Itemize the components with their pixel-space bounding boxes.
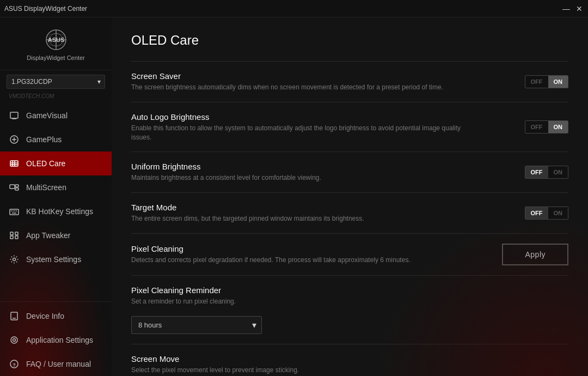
- uniform-brightness-info: Uniform Brightness Maintains brightness …: [131, 162, 481, 183]
- uniform-brightness-desc: Maintains brightness at a consistent lev…: [131, 173, 481, 183]
- minimize-button[interactable]: —: [562, 4, 571, 13]
- sidebar-label-kbhotkey: KB HotKey Settings: [26, 207, 93, 216]
- svg-rect-5: [10, 112, 18, 118]
- apptweaker-icon: [9, 230, 20, 241]
- device-icon: [9, 311, 20, 322]
- screen-saver-off[interactable]: OFF: [525, 76, 548, 88]
- device-selector[interactable]: 1.PG32UCDP: [7, 75, 105, 89]
- sidebar-label-oledcare: OLED Care: [26, 159, 65, 168]
- auto-logo-desc: Enable this function to allow the system…: [131, 124, 481, 142]
- sidebar-item-faq[interactable]: ? FAQ / User manual: [0, 352, 112, 376]
- pixel-cleaning-reminder-desc: Set a reminder to run pixel cleaning.: [131, 297, 568, 306]
- svg-rect-18: [15, 188, 19, 190]
- sidebar-item-gameplus[interactable]: GamePlus: [0, 128, 112, 151]
- target-mode-off[interactable]: OFF: [525, 207, 548, 219]
- gamevisual-icon: [9, 110, 20, 121]
- app-title: ASUS DisplayWidget Center: [4, 5, 87, 13]
- svg-point-32: [11, 337, 17, 343]
- target-mode-row: Target Mode The entire screen dims, but …: [131, 192, 568, 233]
- pixel-cleaning-desc: Detects and corrects pixel degradation i…: [131, 256, 481, 265]
- watermark: VMODTECH.COM: [0, 93, 112, 104]
- content-area: OLED Care Screen Saver The screen bright…: [112, 17, 588, 376]
- asus-logo: ASUS: [34, 26, 78, 53]
- app-body: ASUS DisplayWidget Center 1.PG32UCDP VMO…: [0, 17, 588, 376]
- svg-rect-11: [10, 161, 18, 166]
- device-selector-wrap[interactable]: 1.PG32UCDP: [7, 75, 105, 89]
- sidebar-item-deviceinfo[interactable]: Device Info: [0, 304, 112, 328]
- screen-saver-on[interactable]: ON: [548, 76, 568, 88]
- svg-rect-30: [11, 312, 17, 320]
- svg-text:ASUS: ASUS: [47, 37, 64, 43]
- svg-rect-28: [15, 236, 18, 239]
- target-mode-label: Target Mode: [131, 203, 481, 212]
- pixel-cleaning-reminder-row: Pixel Cleaning Reminder Set a reminder t…: [131, 275, 568, 344]
- target-mode-toggle[interactable]: OFF ON: [525, 207, 569, 220]
- svg-rect-16: [10, 185, 15, 189]
- close-button[interactable]: ✕: [575, 4, 584, 13]
- pixel-cleaning-reminder-select[interactable]: 8 hours 4 hours 12 hours 24 hours Off: [131, 316, 262, 334]
- sidebar-item-apptweaker[interactable]: App Tweaker: [0, 223, 112, 247]
- settings-icon: [9, 254, 20, 265]
- screen-move-label: Screen Move: [131, 354, 568, 363]
- screen-saver-info: Screen Saver The screen brightness autom…: [131, 71, 481, 92]
- svg-rect-17: [15, 185, 19, 187]
- sidebar-label-faq: FAQ / User manual: [26, 360, 91, 368]
- auto-logo-toggle[interactable]: OFF ON: [525, 120, 569, 134]
- svg-rect-19: [10, 209, 19, 215]
- sidebar-label-deviceinfo: Device Info: [26, 312, 64, 320]
- pixel-cleaning-label: Pixel Cleaning: [131, 244, 481, 253]
- sidebar-divider: [0, 301, 112, 302]
- uniform-brightness-off[interactable]: OFF: [525, 166, 548, 178]
- auto-logo-label: Auto Logo Brightness: [131, 112, 481, 122]
- nav-items: GameVisual GamePlus: [0, 104, 112, 299]
- sidebar-subtitle: DisplayWidget Center: [27, 54, 84, 61]
- auto-logo-info: Auto Logo Brightness Enable this functio…: [131, 112, 481, 142]
- sidebar-item-kbhotkey[interactable]: KB HotKey Settings: [0, 199, 112, 223]
- multiscreen-icon: [9, 182, 20, 193]
- sidebar-item-appsettings[interactable]: Application Settings: [0, 328, 112, 352]
- auto-logo-row: Auto Logo Brightness Enable this functio…: [131, 102, 568, 152]
- screen-saver-row: Screen Saver The screen brightness autom…: [131, 61, 568, 102]
- sidebar-logo-area: ASUS DisplayWidget Center: [0, 17, 112, 70]
- auto-logo-on[interactable]: ON: [548, 121, 568, 133]
- uniform-brightness-toggle[interactable]: OFF ON: [525, 166, 569, 179]
- sidebar-label-gameplus: GamePlus: [26, 135, 62, 144]
- sidebar-item-systemsettings[interactable]: System Settings: [0, 247, 112, 271]
- pixel-cleaning-reminder-label: Pixel Cleaning Reminder: [131, 286, 568, 295]
- target-mode-on[interactable]: ON: [548, 207, 568, 219]
- target-mode-info: Target Mode The entire screen dims, but …: [131, 203, 481, 223]
- sidebar-label-gamevisual: GameVisual: [26, 111, 68, 120]
- screen-move-desc: Select the pixel movement level to preve…: [131, 366, 568, 375]
- pixel-cleaning-apply-button[interactable]: Apply: [502, 244, 568, 265]
- uniform-brightness-on[interactable]: ON: [548, 166, 568, 178]
- window-controls: — ✕: [562, 4, 584, 13]
- target-mode-desc: The entire screen dims, but the targeted…: [131, 214, 481, 223]
- sidebar-item-gamevisual[interactable]: GameVisual: [0, 104, 112, 128]
- oledcare-icon: [9, 158, 20, 169]
- sidebar-label-appsettings: Application Settings: [26, 336, 93, 344]
- pixel-cleaning-reminder-dropdown-wrap[interactable]: 8 hours 4 hours 12 hours 24 hours Off: [131, 316, 262, 334]
- svg-point-33: [13, 339, 16, 342]
- keyboard-icon: [9, 206, 20, 217]
- sidebar-label-apptweaker: App Tweaker: [26, 231, 70, 240]
- titlebar: ASUS DisplayWidget Center — ✕: [0, 0, 588, 17]
- pixel-cleaning-row: Pixel Cleaning Detects and corrects pixe…: [131, 233, 568, 275]
- sidebar-bottom: Device Info Application Settings ?: [0, 304, 112, 376]
- screen-move-row: Screen Move Select the pixel movement le…: [131, 344, 568, 376]
- page-title: OLED Care: [131, 33, 568, 48]
- screen-saver-label: Screen Saver: [131, 71, 481, 81]
- screen-saver-toggle[interactable]: OFF ON: [525, 75, 569, 88]
- svg-point-29: [13, 258, 16, 261]
- faq-icon: ?: [9, 359, 20, 369]
- svg-rect-27: [10, 236, 13, 239]
- uniform-brightness-row: Uniform Brightness Maintains brightness …: [131, 151, 568, 192]
- sidebar-item-multiscreen[interactable]: MultiScreen: [0, 175, 112, 199]
- sidebar-item-oledcare[interactable]: OLED Care: [0, 151, 112, 175]
- sidebar-label-systemsettings: System Settings: [26, 255, 81, 264]
- auto-logo-off[interactable]: OFF: [525, 121, 548, 133]
- appsettings-icon: [9, 335, 20, 345]
- svg-text:?: ?: [13, 362, 16, 368]
- svg-rect-25: [10, 232, 13, 235]
- svg-rect-26: [15, 232, 18, 235]
- gameplus-icon: [9, 134, 20, 145]
